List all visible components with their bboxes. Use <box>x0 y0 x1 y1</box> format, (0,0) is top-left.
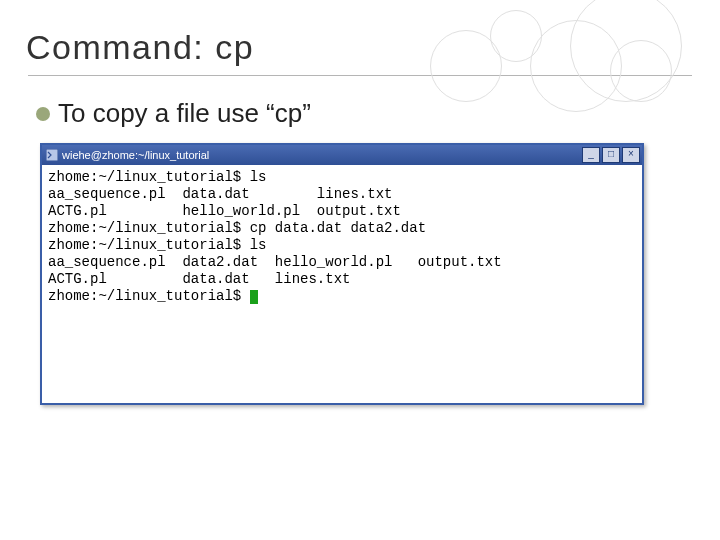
page-title: Command: cp <box>0 0 720 75</box>
terminal-output: zhome:~/linux_tutorial$ ls aa_sequence.p… <box>48 169 636 305</box>
maximize-button[interactable]: □ <box>602 147 620 163</box>
terminal-body[interactable]: zhome:~/linux_tutorial$ ls aa_sequence.p… <box>42 165 642 403</box>
bullet-text: To copy a file use “cp” <box>58 98 311 129</box>
terminal-title-text: wiehe@zhome:~/linux_tutorial <box>62 149 582 161</box>
terminal-titlebar: wiehe@zhome:~/linux_tutorial _ □ × <box>42 145 642 165</box>
svg-rect-0 <box>46 149 58 161</box>
bullet-row: To copy a file use “cp” <box>0 98 720 129</box>
minimize-button[interactable]: _ <box>582 147 600 163</box>
title-divider <box>28 75 692 76</box>
close-button[interactable]: × <box>622 147 640 163</box>
terminal-icon <box>46 149 58 161</box>
bullet-icon <box>36 107 50 121</box>
cursor-icon <box>250 290 258 304</box>
terminal-window: wiehe@zhome:~/linux_tutorial _ □ × zhome… <box>40 143 644 405</box>
